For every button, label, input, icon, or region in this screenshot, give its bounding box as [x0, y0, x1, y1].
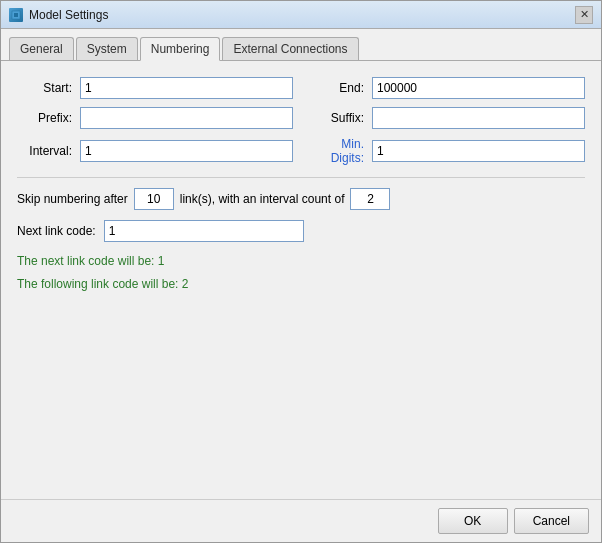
skip-suffix-label: link(s), with an interval count of: [180, 192, 345, 206]
tab-content: Start: End: Prefix: Suffix: Interval:: [1, 61, 601, 499]
start-input[interactable]: [80, 77, 293, 99]
end-label: End:: [309, 81, 364, 95]
interval-input[interactable]: [80, 140, 293, 162]
dialog-footer: OK Cancel: [1, 499, 601, 542]
end-input[interactable]: [372, 77, 585, 99]
end-row: End:: [309, 77, 585, 99]
svg-rect-1: [14, 13, 18, 17]
suffix-input[interactable]: [372, 107, 585, 129]
next-link-row: Next link code:: [17, 220, 585, 242]
cancel-button[interactable]: Cancel: [514, 508, 589, 534]
start-label: Start:: [17, 81, 72, 95]
skip-count-input[interactable]: [134, 188, 174, 210]
info-line-1: The next link code will be: 1: [17, 252, 585, 271]
tabs-row: General System Numbering External Connec…: [1, 29, 601, 61]
prefix-row: Prefix:: [17, 107, 293, 129]
ok-button[interactable]: OK: [438, 508, 508, 534]
interval-label: Interval:: [17, 144, 72, 158]
tab-numbering[interactable]: Numbering: [140, 37, 221, 61]
skip-prefix-label: Skip numbering after: [17, 192, 128, 206]
dialog-title: Model Settings: [29, 8, 108, 22]
model-settings-dialog: Model Settings ✕ General System Numberin…: [0, 0, 602, 543]
suffix-row: Suffix:: [309, 107, 585, 129]
interval-row: Interval:: [17, 137, 293, 165]
close-button[interactable]: ✕: [575, 6, 593, 24]
info-line-2: The following link code will be: 2: [17, 275, 585, 294]
divider-1: [17, 177, 585, 178]
min-digits-input[interactable]: [372, 140, 585, 162]
skip-row: Skip numbering after link(s), with an in…: [17, 188, 585, 210]
skip-interval-input[interactable]: [350, 188, 390, 210]
title-bar: Model Settings ✕: [1, 1, 601, 29]
min-digits-label: Min. Digits:: [309, 137, 364, 165]
suffix-label: Suffix:: [309, 111, 364, 125]
model-icon: [9, 8, 23, 22]
start-row: Start:: [17, 77, 293, 99]
next-link-input[interactable]: [104, 220, 304, 242]
next-link-label: Next link code:: [17, 224, 96, 238]
title-bar-left: Model Settings: [9, 8, 108, 22]
tab-general[interactable]: General: [9, 37, 74, 60]
min-digits-row: Min. Digits:: [309, 137, 585, 165]
tab-external-connections[interactable]: External Connections: [222, 37, 358, 60]
tab-system[interactable]: System: [76, 37, 138, 60]
prefix-label: Prefix:: [17, 111, 72, 125]
form-grid: Start: End: Prefix: Suffix: Interval:: [17, 77, 585, 165]
prefix-input[interactable]: [80, 107, 293, 129]
